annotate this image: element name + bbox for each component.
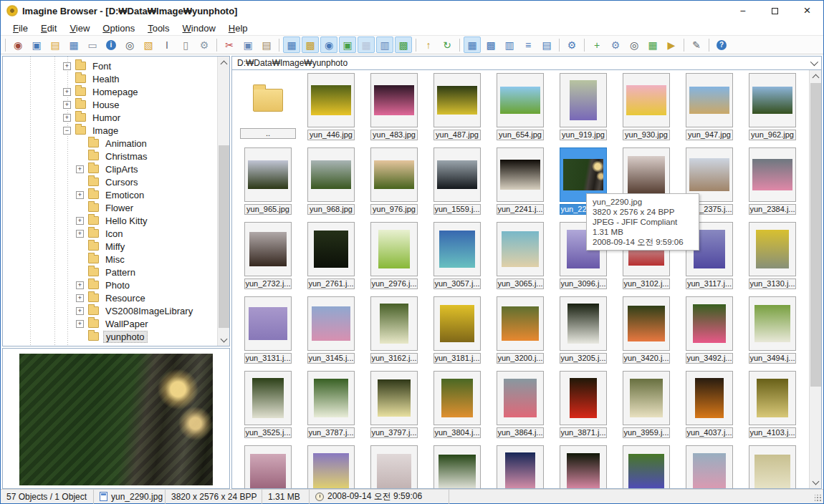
thumbnail-item[interactable]: yun_2761.j... <box>300 222 363 291</box>
menu-item-edit[interactable]: Edit <box>34 23 63 34</box>
thumbnail-item[interactable]: yun_3787.j... <box>300 371 363 440</box>
thumbnail-item[interactable]: yun_919.jpg <box>552 73 615 142</box>
detail-panel-button[interactable]: ▦ <box>283 37 300 53</box>
minimize-button[interactable]: − <box>727 1 759 21</box>
tree-item-health[interactable]: Health <box>3 72 217 85</box>
tree-item-wallpaper[interactable]: +WallPaper <box>3 317 217 330</box>
thumbnail-item[interactable]: yun_3804.j... <box>426 371 489 440</box>
collapse-minus-icon[interactable]: − <box>63 127 71 135</box>
thumbnail-item[interactable]: yun_3145.j... <box>300 296 363 365</box>
expand-plus-icon[interactable]: + <box>76 281 84 289</box>
doc-image-button[interactable]: ▥ <box>376 37 393 53</box>
paste-button[interactable]: ▤ <box>258 37 275 53</box>
tree-item-vs2008imagelibrary[interactable]: +VS2008ImageLibrary <box>3 304 217 317</box>
tree-item-resource[interactable]: +Resource <box>3 291 217 304</box>
add-image-button[interactable]: + <box>588 37 605 53</box>
thumbnail-item[interactable]: yun_4103.j... <box>741 371 804 440</box>
thumbnail-item[interactable]: yun_4037.j... <box>678 371 741 440</box>
faint-grid-button[interactable]: ▦ <box>358 37 375 53</box>
thumbnail-item[interactable]: yun_962.jpg <box>741 73 804 142</box>
open-folder-button[interactable]: ▤ <box>47 37 64 53</box>
thumbnail-item[interactable]: yun_3797.j... <box>363 371 426 440</box>
thumbnail-item[interactable]: yun_654.jpg <box>489 73 552 142</box>
thumbnail-item[interactable]: yun_3525.j... <box>236 371 300 440</box>
thumbnail-item[interactable] <box>615 445 678 488</box>
cut-button[interactable]: ✂ <box>221 37 238 53</box>
view-details-button[interactable]: ▤ <box>538 37 555 53</box>
tree-item-christmas[interactable]: Christmas <box>3 150 217 163</box>
expand-plus-icon[interactable]: + <box>76 320 84 328</box>
tree-scrollbar-thumb[interactable] <box>219 145 229 328</box>
tree-scrollbar[interactable] <box>217 57 229 346</box>
thumbnail-item[interactable]: yun_1559.j... <box>426 147 489 216</box>
expand-plus-icon[interactable]: + <box>63 101 71 109</box>
thumbnail-item[interactable]: yun_446.jpg <box>300 73 363 142</box>
folder-tree-button[interactable]: ▩ <box>302 37 319 53</box>
view-tiles-button[interactable]: ▥ <box>501 37 518 53</box>
menu-item-help[interactable]: Help <box>222 23 254 34</box>
tree-item-hello-kitty[interactable]: +Hello Kitty <box>3 214 217 227</box>
expand-plus-icon[interactable]: + <box>63 114 71 122</box>
expand-plus-icon[interactable]: + <box>63 62 71 70</box>
expand-plus-icon[interactable]: + <box>76 217 84 225</box>
thumbnail-item[interactable]: yun_3494.j... <box>741 296 804 365</box>
scroll-down-arrow-icon[interactable] <box>218 334 230 346</box>
history-clock-button[interactable]: ◉ <box>320 37 337 53</box>
thumbnail-item[interactable]: yun_3162.j... <box>363 296 426 365</box>
thumbnail-item[interactable] <box>678 445 741 488</box>
thumbnail-item[interactable]: yun_2732.j... <box>236 222 300 291</box>
thumbnail-item[interactable] <box>489 445 552 488</box>
folder-up-button[interactable]: ↑ <box>420 37 437 53</box>
tree-item-house[interactable]: +House <box>3 98 217 111</box>
slideshow-button[interactable]: ▶ <box>663 37 680 53</box>
help-button[interactable]: ? <box>713 37 730 53</box>
expand-plus-icon[interactable]: + <box>76 230 84 238</box>
tree-item-miffy[interactable]: Miffy <box>3 240 217 253</box>
thumbnail-item[interactable]: yun_3420.j... <box>615 296 678 365</box>
menu-item-tools[interactable]: Tools <box>141 23 176 34</box>
filmstrip-button[interactable]: ▦ <box>644 37 661 53</box>
address-bar[interactable]: D:₩Data₩Image₩yunphoto <box>231 56 822 70</box>
thumbnail-item[interactable]: yun_930.jpg <box>615 73 678 142</box>
scroll-up-arrow-icon[interactable] <box>810 70 822 82</box>
monitor-view-button[interactable]: ▣ <box>28 37 45 53</box>
thumbnail-item[interactable]: yun_3057.j... <box>426 222 489 291</box>
tree-item-icon[interactable]: +Icon <box>3 227 217 240</box>
thumbnail-item[interactable]: yun_3130.j... <box>741 222 804 291</box>
thumbnail-item[interactable]: yun_2241.j... <box>489 147 552 216</box>
tree-item-photo[interactable]: +Photo <box>3 278 217 291</box>
grid-scrollbar[interactable] <box>809 70 821 488</box>
scroll-up-arrow-icon[interactable] <box>218 57 230 69</box>
thumbnail-item[interactable]: yun_2384.j... <box>741 147 804 216</box>
expand-plus-icon[interactable]: + <box>76 307 84 315</box>
chevron-down-icon[interactable] <box>810 58 818 66</box>
tree-item-image[interactable]: −Image <box>3 124 217 137</box>
menu-item-view[interactable]: View <box>63 23 96 34</box>
batch-convert-button[interactable]: ⚙ <box>607 37 624 53</box>
menu-item-window[interactable]: Window <box>176 23 222 34</box>
thumbnail-item[interactable]: yun_2976.j... <box>363 222 426 291</box>
close-button[interactable]: × <box>791 1 823 21</box>
menu-item-file[interactable]: File <box>6 23 34 34</box>
thumbnail-item[interactable]: yun_3181.j... <box>426 296 489 365</box>
menu-item-options[interactable]: Options <box>96 23 141 34</box>
tree-item-homepage[interactable]: +Homepage <box>3 85 217 98</box>
tree-item-misc[interactable]: Misc <box>3 253 217 266</box>
thumbnail-item[interactable] <box>300 445 363 488</box>
image-badge-button[interactable]: ▣ <box>339 37 356 53</box>
thumbnail-item[interactable] <box>426 445 489 488</box>
thumbnail-item[interactable]: yun_976.jpg <box>363 147 426 216</box>
thumbnail-item[interactable]: yun_3871.j... <box>552 371 615 440</box>
thumbnail-item[interactable]: yun_3205.j... <box>552 296 615 365</box>
print-button[interactable]: ▭ <box>84 37 101 53</box>
grid-scrollbar-thumb[interactable] <box>810 83 821 387</box>
view-list-button[interactable]: ≡ <box>519 37 537 53</box>
rename-button[interactable]: I <box>158 37 176 53</box>
copy-button[interactable]: ▣ <box>239 37 257 53</box>
eye-preview-button[interactable]: ◉ <box>9 37 27 53</box>
view-large-thumbnails-button[interactable]: ▦ <box>464 37 481 53</box>
info-button[interactable]: i <box>102 37 120 53</box>
camera-button[interactable]: ◎ <box>121 37 138 53</box>
tree-item-cliparts[interactable]: +ClipArts <box>3 163 217 175</box>
thumbnail-item[interactable]: yun_965.jpg <box>236 147 300 216</box>
